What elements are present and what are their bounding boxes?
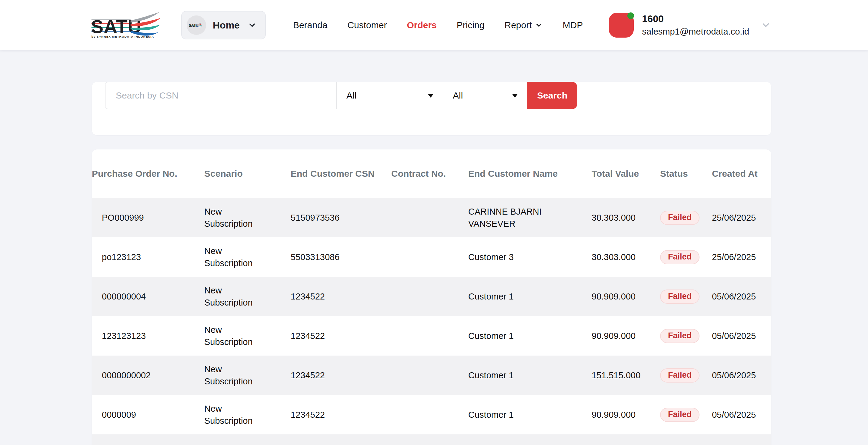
- user-menu[interactable]: 1600 salesmp1@metrodata.co.id: [609, 13, 771, 37]
- status-badge: Failed: [660, 250, 700, 264]
- cell-created-at: 05/06/2025: [712, 277, 771, 316]
- table-row[interactable]: 0000009 New Subscription 1234522 Custome…: [92, 395, 771, 435]
- status-filter-value: All: [453, 90, 463, 101]
- cell-total-value: 30.303.000: [592, 198, 660, 237]
- column-header: Contract No.: [391, 149, 468, 198]
- search-button[interactable]: Search: [527, 82, 577, 109]
- cell-status: Failed: [660, 277, 712, 316]
- cell-end-customer-csn: 5503313086: [291, 237, 391, 277]
- cell-created-at: 25/06/2025: [712, 198, 771, 237]
- chevron-down-icon: [535, 21, 543, 29]
- nav-item-label: Report: [504, 20, 532, 30]
- cell-end-customer-name: CARINNE BJARNI VANSEVER: [468, 198, 592, 237]
- cell-purchase-order-no: po123123: [92, 237, 204, 277]
- cell-end-customer-csn: 1234522: [291, 277, 391, 316]
- filter-group: All All: [105, 82, 527, 109]
- user-avatar[interactable]: [609, 13, 634, 37]
- nav-item[interactable]: Beranda: [293, 20, 327, 30]
- nav-item[interactable]: Pricing: [457, 20, 485, 30]
- nav-item[interactable]: Orders: [407, 20, 436, 30]
- status-badge: Failed: [660, 408, 700, 422]
- column-header: End Customer Name: [468, 149, 592, 198]
- cell-contract-no: [391, 395, 468, 435]
- cell-scenario: New Subscription: [204, 198, 291, 237]
- cell-contract-no: [391, 435, 468, 445]
- workspace-label: Home: [213, 20, 240, 31]
- main-nav: Beranda Customer Orders Pricing Report: [293, 20, 583, 30]
- workspace-logo-circle: SATU: [187, 16, 206, 35]
- table-row[interactable]: 123123123 New Subscription 1234522 Custo…: [92, 435, 771, 445]
- status-filter-select[interactable]: All: [443, 82, 527, 109]
- scenario-filter-select[interactable]: All: [336, 82, 443, 109]
- cell-purchase-order-no: 123123123: [92, 435, 204, 445]
- cell-created-at: 05/06/2025: [712, 316, 771, 356]
- cell-contract-no: [391, 316, 468, 356]
- cell-purchase-order-no: 0000000002: [92, 356, 204, 395]
- cell-end-customer-name: Customer 3: [468, 237, 592, 277]
- cell-total-value: 151.515.000: [592, 356, 660, 395]
- table-row[interactable]: po123123 New Subscription 5503313086 Cus…: [92, 237, 771, 277]
- cell-status: Failed: [660, 198, 712, 237]
- orders-table: Purchase Order No. Scenario End Customer…: [92, 149, 771, 445]
- status-badge: Failed: [660, 329, 700, 343]
- cell-total-value: 90.909.000: [592, 277, 660, 316]
- cell-status: Failed: [660, 316, 712, 356]
- cell-end-customer-name: Customer 1: [468, 316, 592, 356]
- table-row[interactable]: 123123123 New Subscription 1234522 Custo…: [92, 316, 771, 356]
- user-email: salesmp1@metrodata.co.id: [642, 26, 749, 37]
- orders-table-card: Purchase Order No. Scenario End Customer…: [92, 149, 771, 445]
- satu-mini-logo-icon: SATU: [189, 22, 204, 28]
- nav-item-label: Customer: [347, 20, 387, 30]
- column-header: End Customer CSN: [291, 149, 391, 198]
- nav-item-label: Pricing: [457, 20, 485, 30]
- cell-total-value: 30.303.000: [592, 435, 660, 445]
- table-row[interactable]: 000000004 New Subscription 1234522 Custo…: [92, 277, 771, 316]
- search-input[interactable]: [105, 82, 336, 109]
- cell-end-customer-csn: 1234522: [291, 316, 391, 356]
- cell-scenario: New Subscription: [204, 395, 291, 435]
- table-row[interactable]: PO000999 New Subscription 5150973536 CAR…: [92, 198, 771, 237]
- cell-purchase-order-no: PO000999: [92, 198, 204, 237]
- nav-item[interactable]: MDP: [563, 20, 583, 30]
- cell-end-customer-csn: 5150973536: [291, 198, 391, 237]
- cell-status: Failed: [660, 237, 712, 277]
- cell-scenario: New Subscription: [204, 356, 291, 395]
- cell-created-at: 05/06/2025: [712, 356, 771, 395]
- cell-scenario: New Subscription: [204, 277, 291, 316]
- cell-end-customer-name: Customer 1: [468, 435, 592, 445]
- workspace-switcher[interactable]: SATU Home: [181, 11, 266, 39]
- nav-item[interactable]: Report: [504, 20, 542, 30]
- nav-item-label: Beranda: [293, 20, 327, 30]
- status-badge: Failed: [660, 290, 700, 304]
- user-id: 1600: [642, 13, 749, 26]
- orders-page: All All Search Purchase Order N: [0, 50, 868, 445]
- online-status-dot: [627, 12, 634, 19]
- cell-status: Failed: [660, 356, 712, 395]
- cell-created-at: 25/06/2025: [712, 237, 771, 277]
- filter-card: All All Search: [92, 82, 771, 135]
- cell-end-customer-name: Customer 1: [468, 356, 592, 395]
- status-badge: Failed: [660, 368, 700, 383]
- svg-text:SATU: SATU: [189, 23, 198, 28]
- cell-scenario: New Subscription: [204, 316, 291, 356]
- cell-contract-no: [391, 198, 468, 237]
- cell-contract-no: [391, 237, 468, 277]
- cell-purchase-order-no: 123123123: [92, 316, 204, 356]
- chevron-down-icon[interactable]: [761, 20, 771, 30]
- column-header: Status: [660, 149, 712, 198]
- cell-total-value: 30.303.000: [592, 237, 660, 277]
- cell-created-at: 05/06/2025: [712, 395, 771, 435]
- cell-end-customer-csn: 1234522: [291, 435, 391, 445]
- cell-status: Failed: [660, 395, 712, 435]
- cell-scenario: New Subscription: [204, 435, 291, 445]
- cell-purchase-order-no: 000000004: [92, 277, 204, 316]
- cell-end-customer-csn: 1234522: [291, 395, 391, 435]
- satu-logo: SATU by SYNNEX METRODATA INDONESIA: [91, 11, 169, 39]
- column-header: Total Value: [592, 149, 660, 198]
- app-header: SATU by SYNNEX METRODATA INDONESIA SATU …: [0, 0, 868, 50]
- table-row[interactable]: 0000000002 New Subscription 1234522 Cust…: [92, 356, 771, 395]
- cell-end-customer-name: Customer 1: [468, 395, 592, 435]
- cell-contract-no: [391, 356, 468, 395]
- nav-item[interactable]: Customer: [347, 20, 387, 30]
- select-arrow-icon: [428, 94, 434, 98]
